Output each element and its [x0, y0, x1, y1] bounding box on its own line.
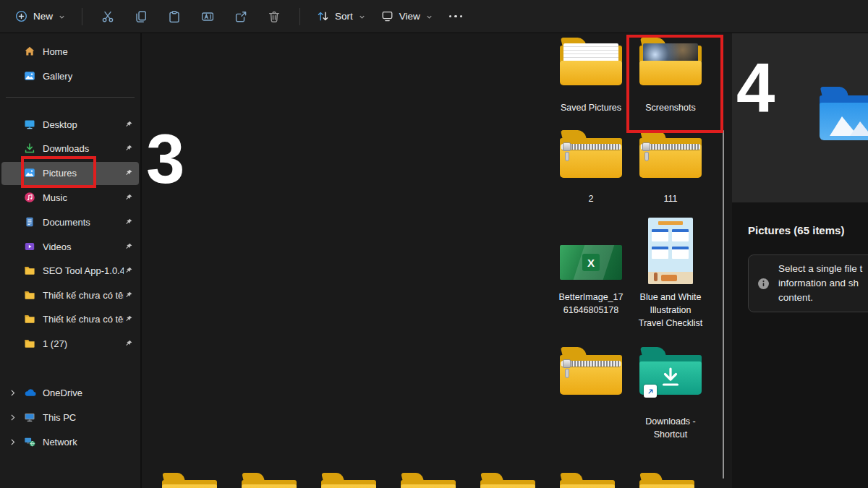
file-item-zip[interactable]: [551, 347, 631, 409]
chevron-down-icon: [425, 13, 433, 21]
sidebar-item-downloads[interactable]: Downloads: [4, 139, 136, 158]
info-icon: [757, 278, 770, 290]
file-label: Saved Pictures: [551, 101, 631, 114]
file-item-zip-111[interactable]: 111: [631, 130, 710, 205]
folder-icon: [560, 38, 622, 85]
this-pc-icon: [24, 411, 36, 424]
copy-icon: [134, 9, 148, 24]
folder-thumbnail: [563, 43, 618, 62]
file-label: Shortcut: [631, 428, 710, 441]
toolbar-separator: [299, 8, 300, 25]
folder-icon[interactable]: [242, 473, 297, 488]
zip-folder-icon: [639, 130, 702, 178]
zip-folder-icon: [560, 130, 622, 178]
file-item-saved-pictures[interactable]: Saved Pictures: [551, 38, 631, 114]
info-message-box: Select a single file t information and s…: [748, 254, 868, 312]
share-icon: [234, 9, 248, 24]
sidebar-item-label: Downloads: [43, 143, 124, 154]
info-text-line: content.: [778, 291, 862, 305]
download-arrow-icon: [658, 366, 683, 390]
pin-icon: [124, 168, 135, 178]
excel-logo-icon: X: [582, 254, 600, 271]
details-pane: 4 Pictures (65 items) Select a single fi…: [732, 33, 868, 488]
sidebar-item-documents[interactable]: Documents: [4, 213, 136, 231]
zip-folder-icon: [560, 347, 622, 395]
sidebar-item-folder[interactable]: 1 (27): [4, 334, 136, 353]
sidebar-item-network[interactable]: Network: [4, 432, 136, 451]
sort-button-label: Sort: [335, 11, 353, 22]
sidebar-item-label: Network: [43, 437, 136, 448]
sidebar-item-this-pc[interactable]: This PC: [4, 408, 136, 427]
sidebar-item-music[interactable]: Music: [4, 188, 136, 207]
sidebar-item-onedrive[interactable]: OneDrive: [4, 383, 136, 402]
file-label: 61646805178: [551, 304, 631, 317]
file-item-downloads-shortcut[interactable]: Downloads - Shortcut: [631, 347, 710, 441]
sidebar-item-folder[interactable]: Thiết kế chưa có tên ((: [4, 309, 136, 328]
folder-icon[interactable]: [480, 473, 535, 488]
folder-icon[interactable]: [321, 473, 376, 488]
folder-icon[interactable]: [162, 473, 217, 488]
chevron-right-icon[interactable]: [4, 388, 24, 398]
vertical-scrollbar[interactable]: [723, 130, 724, 479]
sidebar-item-label: This PC: [43, 412, 136, 423]
preview-area: 4: [732, 33, 868, 202]
paste-button[interactable]: [158, 4, 191, 29]
file-label: 111: [631, 192, 710, 205]
folder-icon: [24, 338, 36, 350]
new-button-label: New: [33, 11, 53, 22]
file-label: Illustration: [631, 304, 710, 317]
file-item-travel-checklist[interactable]: Blue and White Illustration Travel Check…: [631, 217, 710, 330]
annotation-highlight-pictures: [21, 156, 96, 188]
pin-icon: [124, 144, 135, 153]
annotation-step-3: 3: [146, 124, 184, 194]
music-icon: [24, 192, 36, 204]
file-explorer-window: New Sort: [0, 0, 868, 488]
sidebar-item-folder[interactable]: Thiết kế chưa có tên (: [4, 286, 136, 304]
sidebar-item-desktop[interactable]: Desktop: [4, 115, 136, 134]
rename-icon: [200, 9, 215, 24]
excel-image-thumbnail: X: [560, 245, 622, 280]
file-item-betterimage[interactable]: X BetterImage_17 61646805178: [551, 217, 631, 317]
sidebar-item-label: 1 (27): [43, 338, 124, 349]
sort-button[interactable]: Sort: [309, 4, 373, 29]
view-button[interactable]: View: [373, 4, 441, 29]
file-list-area: 3 Saved Pictures Screenshots 2: [142, 33, 729, 488]
navigation-pane: Home Gallery Desktop Downloads Pictures: [0, 33, 140, 488]
copy-button[interactable]: [124, 4, 158, 29]
pin-icon: [124, 193, 135, 202]
file-label: BetterImage_17: [551, 291, 631, 304]
rename-button[interactable]: [191, 4, 224, 29]
folder-icon[interactable]: [560, 473, 615, 488]
sidebar-item-label: Desktop: [43, 119, 124, 130]
sidebar-item-folder[interactable]: SEO Tool App-1.0.4: [4, 261, 136, 280]
sidebar-item-videos[interactable]: Videos: [4, 237, 136, 256]
folder-icon[interactable]: [401, 473, 456, 488]
folder-icon[interactable]: [639, 473, 694, 488]
pin-icon: [124, 242, 135, 252]
sidebar-item-label: SEO Tool App-1.0.4: [43, 265, 124, 276]
cut-button[interactable]: [91, 4, 124, 29]
pin-icon: [124, 339, 135, 348]
sidebar-item-label: Videos: [43, 241, 124, 252]
gallery-icon: [24, 70, 36, 82]
plus-circle-icon: [14, 9, 28, 23]
sidebar-item-home[interactable]: Home: [4, 42, 136, 61]
chevron-right-icon[interactable]: [4, 437, 24, 447]
sidebar-item-label: Music: [43, 192, 124, 203]
folder-icon: [24, 313, 36, 325]
share-button[interactable]: [224, 4, 258, 29]
delete-button[interactable]: [258, 4, 291, 29]
documents-icon: [24, 216, 36, 228]
new-button[interactable]: New: [7, 4, 73, 29]
chevron-down-icon: [358, 13, 366, 21]
folder-icon: [24, 289, 36, 301]
chevron-right-icon[interactable]: [4, 413, 24, 422]
downloads-icon: [24, 142, 36, 155]
file-item-zip-2[interactable]: 2: [551, 130, 631, 205]
view-button-label: View: [399, 11, 420, 22]
info-text-line: information and sh: [778, 276, 862, 291]
sort-arrows-icon: [316, 9, 330, 23]
trash-icon: [267, 9, 281, 24]
sidebar-item-gallery[interactable]: Gallery: [4, 67, 136, 85]
more-options-button[interactable]: [441, 15, 471, 17]
